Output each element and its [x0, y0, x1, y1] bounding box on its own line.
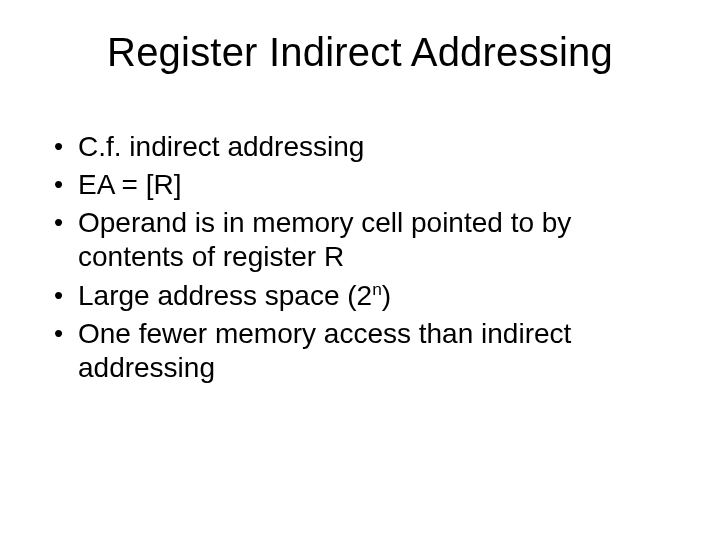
bullet-list: C.f. indirect addressing EA = [R] Operan…	[50, 130, 660, 385]
bullet-text-suffix: )	[382, 280, 391, 311]
list-item: C.f. indirect addressing	[50, 130, 660, 164]
bullet-text-prefix: Large address space (2	[78, 280, 372, 311]
list-item: EA = [R]	[50, 168, 660, 202]
slide-body: C.f. indirect addressing EA = [R] Operan…	[50, 130, 660, 389]
list-item: Operand is in memory cell pointed to by …	[50, 206, 660, 274]
bullet-text: EA = [R]	[78, 169, 182, 200]
list-item: One fewer memory access than indirect ad…	[50, 317, 660, 385]
list-item: Large address space (2n)	[50, 279, 660, 313]
bullet-text-sup: n	[372, 278, 382, 298]
slide: Register Indirect Addressing C.f. indire…	[0, 0, 720, 540]
bullet-text: C.f. indirect addressing	[78, 131, 364, 162]
bullet-text: Operand is in memory cell pointed to by …	[78, 207, 571, 272]
slide-title: Register Indirect Addressing	[0, 30, 720, 75]
bullet-text: One fewer memory access than indirect ad…	[78, 318, 571, 383]
